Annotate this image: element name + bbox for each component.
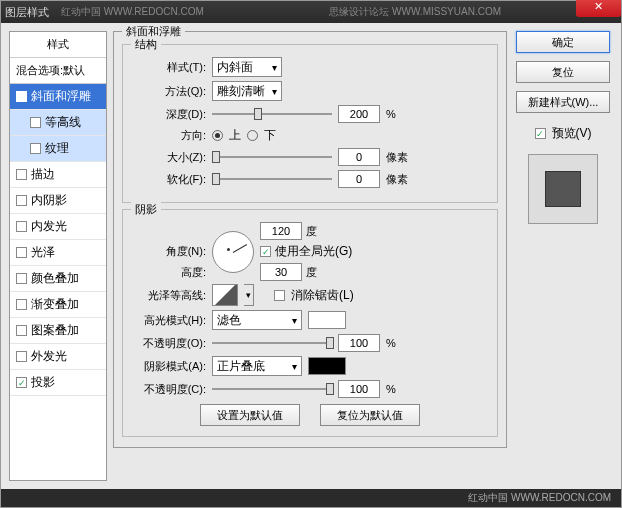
highlight-mode-select[interactable]: 滤色 <box>212 310 302 330</box>
angle-control[interactable] <box>212 231 254 273</box>
structure-group: 结构 样式(T):内斜面 方法(Q):雕刻清晰 深度(D):200% 方向:上下… <box>122 44 498 203</box>
depth-slider[interactable] <box>212 105 332 123</box>
sidebar-item-gradient-overlay[interactable]: 渐变叠加 <box>10 292 106 318</box>
new-style-button[interactable]: 新建样式(W)... <box>516 91 610 113</box>
sidebar-item-inner-glow[interactable]: 内发光 <box>10 214 106 240</box>
gloss-contour-dropdown[interactable]: ▾ <box>244 284 254 306</box>
watermark: 思缘设计论坛 WWW.MISSYUAN.COM <box>329 5 501 19</box>
footer-watermark: 红动中国 WWW.REDOCN.COM <box>1 489 621 507</box>
sidebar-item-stroke[interactable]: 描边 <box>10 162 106 188</box>
sidebar-item-outer-glow[interactable]: 外发光 <box>10 344 106 370</box>
checkbox-icon[interactable] <box>16 351 27 362</box>
style-select[interactable]: 内斜面 <box>212 57 282 77</box>
checkbox-icon[interactable] <box>30 143 41 154</box>
sidebar-item-drop-shadow[interactable]: 投影 <box>10 370 106 396</box>
shadow-opacity-input[interactable]: 100 <box>338 380 380 398</box>
reset-default-button[interactable]: 复位为默认值 <box>320 404 420 426</box>
highlight-opacity-input[interactable]: 100 <box>338 334 380 352</box>
sidebar-item-texture[interactable]: 纹理 <box>10 136 106 162</box>
direction-down-radio[interactable] <box>247 130 258 141</box>
titlebar[interactable]: 图层样式 红动中国 WWW.REDOCN.COM 思缘设计论坛 WWW.MISS… <box>1 1 621 23</box>
sidebar-item-contour[interactable]: 等高线 <box>10 110 106 136</box>
main-panel: 斜面和浮雕 结构 样式(T):内斜面 方法(Q):雕刻清晰 深度(D):200%… <box>113 31 507 481</box>
global-light-checkbox[interactable] <box>260 246 271 257</box>
checkbox-icon[interactable] <box>16 299 27 310</box>
angle-input[interactable]: 120 <box>260 222 302 240</box>
technique-select[interactable]: 雕刻清晰 <box>212 81 282 101</box>
altitude-input[interactable]: 30 <box>260 263 302 281</box>
checkbox-icon[interactable] <box>16 221 27 232</box>
checkbox-icon[interactable] <box>16 169 27 180</box>
soften-input[interactable]: 0 <box>338 170 380 188</box>
watermark: 红动中国 WWW.REDOCN.COM <box>61 5 204 19</box>
checkbox-icon[interactable] <box>16 377 27 388</box>
antialias-checkbox[interactable] <box>274 290 285 301</box>
right-panel: 确定 复位 新建样式(W)... 预览(V) <box>513 31 613 481</box>
shading-group: 阴影 角度(N): 120度 使用全局光(G) 30度 高度: 光泽等高线:▾消… <box>122 209 498 437</box>
highlight-color-swatch[interactable] <box>308 311 346 329</box>
sidebar-item-bevel[interactable]: 斜面和浮雕 <box>10 84 106 110</box>
dialog-title: 图层样式 <box>5 5 49 20</box>
size-slider[interactable] <box>212 148 332 166</box>
gloss-contour[interactable] <box>212 284 238 306</box>
preview-checkbox[interactable] <box>535 128 546 139</box>
checkbox-icon[interactable] <box>16 247 27 258</box>
checkbox-icon[interactable] <box>30 117 41 128</box>
preview-swatch <box>545 171 581 207</box>
sidebar-item-pattern-overlay[interactable]: 图案叠加 <box>10 318 106 344</box>
checkbox-icon[interactable] <box>16 195 27 206</box>
shading-title: 阴影 <box>131 202 161 217</box>
highlight-opacity-slider[interactable] <box>212 334 332 352</box>
checkbox-icon[interactable] <box>16 91 27 102</box>
depth-input[interactable]: 200 <box>338 105 380 123</box>
preview-box <box>528 154 598 224</box>
close-button[interactable]: ✕ <box>576 0 621 17</box>
structure-title: 结构 <box>131 37 161 52</box>
ok-button[interactable]: 确定 <box>516 31 610 53</box>
soften-slider[interactable] <box>212 170 332 188</box>
bevel-group: 斜面和浮雕 结构 样式(T):内斜面 方法(Q):雕刻清晰 深度(D):200%… <box>113 31 507 448</box>
cancel-button[interactable]: 复位 <box>516 61 610 83</box>
sidebar-item-satin[interactable]: 光泽 <box>10 240 106 266</box>
checkbox-icon[interactable] <box>16 273 27 284</box>
styles-sidebar: 样式 混合选项:默认 斜面和浮雕 等高线 纹理 描边 内阴影 内发光 光泽 颜色… <box>9 31 107 481</box>
size-input[interactable]: 0 <box>338 148 380 166</box>
checkbox-icon[interactable] <box>16 325 27 336</box>
sidebar-item-color-overlay[interactable]: 颜色叠加 <box>10 266 106 292</box>
sidebar-header: 样式 <box>10 32 106 58</box>
sidebar-item-inner-shadow[interactable]: 内阴影 <box>10 188 106 214</box>
shadow-opacity-slider[interactable] <box>212 380 332 398</box>
shadow-color-swatch[interactable] <box>308 357 346 375</box>
direction-up-radio[interactable] <box>212 130 223 141</box>
shadow-mode-select[interactable]: 正片叠底 <box>212 356 302 376</box>
set-default-button[interactable]: 设置为默认值 <box>200 404 300 426</box>
layer-style-dialog: 图层样式 红动中国 WWW.REDOCN.COM 思缘设计论坛 WWW.MISS… <box>0 0 622 508</box>
blending-options[interactable]: 混合选项:默认 <box>10 58 106 84</box>
